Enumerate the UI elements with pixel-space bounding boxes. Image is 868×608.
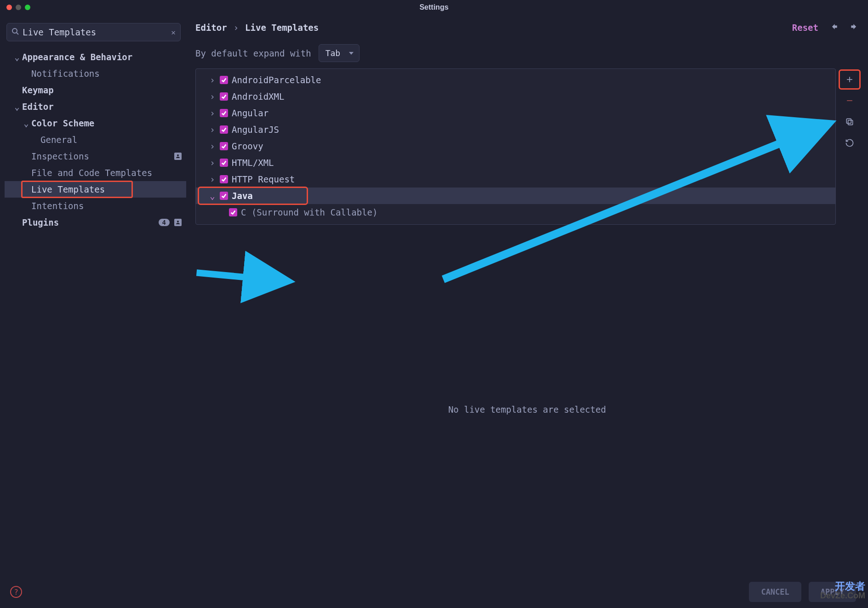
restore-button[interactable]: [840, 135, 859, 151]
nav-forward-icon[interactable]: [850, 22, 859, 33]
search-icon: [11, 28, 19, 37]
svg-rect-8: [846, 119, 851, 123]
chevron-right-icon: ›: [209, 75, 216, 85]
plugins-update-badge: 4: [159, 219, 170, 226]
breadcrumb-parent[interactable]: Editor: [195, 23, 227, 33]
template-group-httprequest[interactable]: › HTTP Request: [196, 171, 835, 188]
template-group-htmlxml[interactable]: › HTML/XML: [196, 154, 835, 171]
chevron-right-icon: ›: [209, 125, 216, 135]
chevron-right-icon: ›: [209, 158, 216, 168]
tree-item-inspections[interactable]: Inspections: [5, 148, 186, 165]
tree-item-plugins[interactable]: Plugins 4: [5, 214, 186, 231]
template-group-groovy[interactable]: › Groovy: [196, 138, 835, 154]
chevron-right-icon: ›: [209, 91, 216, 102]
clear-search-icon[interactable]: ✕: [171, 28, 176, 37]
chevron-down-icon: ⌄: [13, 52, 21, 62]
checkbox-icon[interactable]: [220, 109, 228, 117]
cancel-button[interactable]: CANCEL: [749, 582, 801, 602]
templates-toolbar: [840, 68, 859, 225]
remove-button[interactable]: [840, 92, 859, 109]
template-group-androidparcelable[interactable]: › AndroidParcelable: [196, 72, 835, 88]
tree-item-general[interactable]: General: [5, 131, 186, 148]
nav-back-icon[interactable]: [829, 22, 839, 33]
expand-with-row: By default expand with Tab: [195, 44, 859, 62]
template-group-angular[interactable]: › Angular: [196, 105, 835, 121]
checkbox-icon[interactable]: [220, 142, 228, 150]
chevron-down-icon: ⌄: [13, 102, 21, 112]
template-item-c-callable[interactable]: C (Surround with Callable): [196, 204, 835, 221]
settings-panel: Editor › Live Templates Reset By default…: [186, 15, 868, 576]
maximize-dot[interactable]: [25, 5, 30, 10]
tree-item-notifications[interactable]: Notifications: [5, 65, 186, 82]
checkbox-icon[interactable]: [220, 76, 228, 84]
tree-item-editor[interactable]: ⌄ Editor: [5, 98, 186, 115]
chevron-right-icon: ›: [209, 108, 216, 118]
chevron-down-icon: ⌄: [22, 118, 30, 128]
template-item-else-if[interactable]: else-if (Add else-if branch): [196, 221, 835, 225]
duplicate-button[interactable]: [840, 114, 859, 130]
profile-scope-icon: [174, 219, 182, 226]
templates-tree[interactable]: › AndroidParcelable › AndroidXML › Angul…: [195, 68, 836, 225]
help-button[interactable]: ?: [10, 586, 22, 598]
dialog-footer: ? CANCEL APPLY: [0, 576, 868, 608]
panel-header: Editor › Live Templates Reset: [195, 22, 859, 33]
svg-rect-7: [848, 120, 853, 125]
profile-scope-icon: [174, 153, 182, 160]
svg-point-0: [12, 28, 17, 33]
checkbox-icon[interactable]: [220, 175, 228, 183]
chevron-right-icon: ›: [209, 174, 216, 184]
settings-tree: ⌄ Appearance & Behavior Notifications Ke…: [5, 49, 186, 231]
checkbox-icon[interactable]: [220, 125, 228, 134]
tree-item-intentions[interactable]: Intentions: [5, 198, 186, 214]
chevron-right-icon: ›: [209, 141, 216, 151]
template-group-androidxml[interactable]: › AndroidXML: [196, 88, 835, 105]
breadcrumb-current: Live Templates: [245, 23, 319, 33]
chevron-down-icon: ⌄: [209, 191, 216, 201]
add-button[interactable]: [840, 71, 859, 88]
reset-button[interactable]: Reset: [792, 23, 818, 33]
tree-item-appearance[interactable]: ⌄ Appearance & Behavior: [5, 49, 186, 65]
empty-state-label: No live templates are selected: [195, 243, 859, 576]
tree-item-color-scheme[interactable]: ⌄ Color Scheme: [5, 115, 186, 131]
search-input-wrap[interactable]: ✕: [6, 23, 181, 41]
search-input[interactable]: [23, 27, 167, 37]
checkbox-icon[interactable]: [220, 159, 228, 167]
expand-with-select[interactable]: Tab: [319, 44, 360, 62]
template-group-java[interactable]: ⌄ Java: [196, 188, 835, 204]
checkbox-icon[interactable]: [220, 92, 228, 101]
window-title: Settings: [419, 3, 448, 11]
title-bar: Settings: [0, 0, 868, 15]
minimize-dot[interactable]: [16, 5, 21, 10]
svg-line-1: [17, 33, 18, 34]
expand-with-label: By default expand with: [195, 48, 311, 58]
checkbox-icon[interactable]: [229, 208, 237, 216]
svg-point-3: [177, 221, 179, 222]
svg-point-2: [177, 154, 179, 156]
close-dot[interactable]: [6, 5, 12, 10]
sidebar: ✕ ⌄ Appearance & Behavior Notifications …: [0, 15, 186, 576]
breadcrumb-sep: ›: [234, 23, 239, 33]
tree-item-keymap[interactable]: Keymap: [5, 82, 186, 98]
apply-button[interactable]: APPLY: [809, 582, 856, 602]
template-group-angularjs[interactable]: › AngularJS: [196, 121, 835, 138]
tree-item-live-templates[interactable]: Live Templates: [5, 181, 186, 198]
window-controls: [6, 5, 30, 10]
checkbox-icon[interactable]: [220, 192, 228, 200]
tree-item-file-code-templates[interactable]: File and Code Templates: [5, 165, 186, 181]
